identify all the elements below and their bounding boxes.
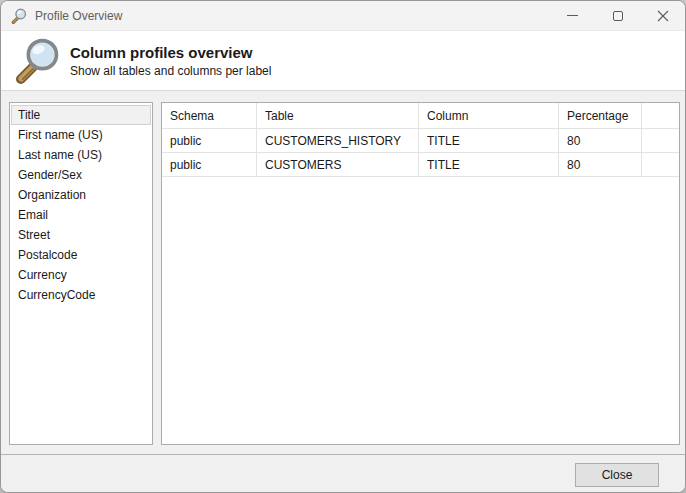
cell-schema: public (162, 153, 257, 177)
header-banner: Column profiles overview Show all tables… (1, 31, 685, 91)
dialog-body: Title First name (US) Last name (US) Gen… (1, 91, 685, 454)
cell-percentage: 80 (559, 129, 642, 153)
header-text: Column profiles overview Show all tables… (70, 44, 271, 78)
label-listbox: Title First name (US) Last name (US) Gen… (9, 102, 153, 445)
results-table: Schema Table Column Percentage public CU… (161, 102, 680, 445)
column-header-percentage[interactable]: Percentage (559, 103, 642, 129)
column-header-column[interactable]: Column (419, 103, 559, 129)
list-item-postalcode[interactable]: Postalcode (11, 245, 151, 265)
table-header-row: Schema Table Column Percentage (162, 103, 679, 129)
close-button[interactable]: Close (575, 463, 659, 487)
list-item-currencycode[interactable]: CurrencyCode (11, 285, 151, 305)
list-item-gender-sex[interactable]: Gender/Sex (11, 165, 151, 185)
magnifier-icon (11, 8, 27, 24)
column-header-filler (642, 103, 679, 129)
list-item-first-name[interactable]: First name (US) (11, 125, 151, 145)
cell-column: TITLE (419, 129, 559, 153)
cell-table: CUSTOMERS_HISTORY (257, 129, 419, 153)
cell-table: CUSTOMERS (257, 153, 419, 177)
list-item-street[interactable]: Street (11, 225, 151, 245)
list-item-title[interactable]: Title (11, 105, 151, 125)
magnifier-icon (14, 37, 61, 84)
window-title: Profile Overview (35, 9, 122, 23)
page-subtitle: Show all tables and columns per label (70, 64, 271, 78)
profile-overview-window: Profile Overview Column profiles overvie… (0, 0, 686, 493)
window-controls (550, 1, 685, 30)
maximize-button[interactable] (595, 1, 640, 30)
table-row[interactable]: public CUSTOMERS TITLE 80 (162, 153, 679, 177)
column-header-schema[interactable]: Schema (162, 103, 257, 129)
list-item-currency[interactable]: Currency (11, 265, 151, 285)
list-item-email[interactable]: Email (11, 205, 151, 225)
footer-bar: Close (1, 454, 685, 492)
minimize-icon (567, 15, 578, 16)
close-window-button[interactable] (640, 1, 685, 30)
page-title: Column profiles overview (70, 44, 271, 61)
table-row[interactable]: public CUSTOMERS_HISTORY TITLE 80 (162, 129, 679, 153)
column-header-table[interactable]: Table (257, 103, 419, 129)
cell-schema: public (162, 129, 257, 153)
titlebar[interactable]: Profile Overview (1, 1, 685, 31)
list-item-last-name[interactable]: Last name (US) (11, 145, 151, 165)
maximize-icon (613, 11, 623, 21)
cell-filler (642, 153, 679, 177)
cell-percentage: 80 (559, 153, 642, 177)
cell-filler (642, 129, 679, 153)
close-icon (657, 10, 669, 22)
cell-column: TITLE (419, 153, 559, 177)
list-item-organization[interactable]: Organization (11, 185, 151, 205)
table-body: public CUSTOMERS_HISTORY TITLE 80 public… (162, 129, 679, 177)
minimize-button[interactable] (550, 1, 595, 30)
